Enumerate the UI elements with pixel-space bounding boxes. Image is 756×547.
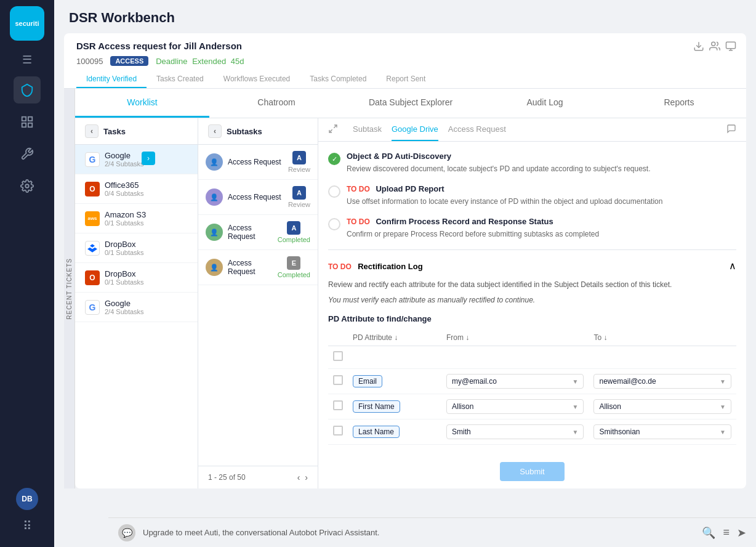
- prev-page-btn[interactable]: ‹: [297, 472, 300, 482]
- task-item[interactable]: aws Amazon S3 0/1 Subtasks: [75, 204, 198, 233]
- collapse-icon[interactable]: ∧: [729, 260, 736, 272]
- task-item[interactable]: G Google 2/4 Subtasks: [75, 145, 198, 174]
- table-row: First Name Allison ▼: [328, 394, 736, 419]
- panels-container: › RECENT TICKETS Worklist Chatroom Data …: [64, 89, 746, 488]
- task-item[interactable]: G Google 2/4 Subtasks: [75, 293, 198, 322]
- subtask-item[interactable]: 👤 Access Request A Review: [198, 145, 318, 180]
- to-select-firstname[interactable]: Allison ▼: [593, 399, 731, 414]
- app-logo[interactable]: securiti: [10, 6, 44, 41]
- dsr-tab-identity[interactable]: Identity Verified: [76, 71, 147, 88]
- user-avatar[interactable]: DB: [16, 488, 38, 510]
- to-select-email[interactable]: newemail@co.de ▼: [593, 374, 731, 389]
- task-subtask-count: 2/4 Subtasks: [105, 308, 188, 315]
- subtask-list: 👤 Access Request A Review 👤: [198, 145, 318, 466]
- todo-label: TO DO: [347, 185, 370, 193]
- subtask-status: Completed: [278, 271, 310, 278]
- row-checkbox-email[interactable]: [333, 375, 343, 385]
- subtasks-collapse-btn[interactable]: ‹: [208, 124, 222, 138]
- tab-chatroom[interactable]: Chatroom: [209, 89, 344, 118]
- dsr-tab-tasks-created[interactable]: Tasks Created: [147, 71, 214, 88]
- pd-section-title: PD Attribute to find/change: [328, 314, 736, 323]
- task-check-todo: [328, 185, 340, 198]
- detail-tab-icons: [726, 124, 736, 136]
- from-header: From ↓: [446, 333, 469, 342]
- select-arrow-icon: ▼: [720, 429, 726, 436]
- tab-worklist[interactable]: Worklist: [75, 89, 209, 118]
- sidebar-item-shield[interactable]: [14, 76, 41, 103]
- rect-note: You must verify each attribute as manual…: [328, 296, 736, 304]
- tab-reports[interactable]: Reports: [612, 89, 746, 118]
- detail-panel: Subtask Google Drive Access Request ✓: [318, 118, 746, 488]
- from-select-firstname[interactable]: Allison ▼: [446, 399, 584, 414]
- next-page-btn[interactable]: ›: [305, 472, 308, 482]
- sidebar-item-tools[interactable]: [14, 140, 41, 168]
- subtask-item[interactable]: 👤 Access Request A Completed: [198, 215, 318, 250]
- detail-tab-google-drive[interactable]: Google Drive: [392, 118, 438, 141]
- subtask-item[interactable]: 👤 Access Request A Review: [198, 180, 318, 215]
- subtask-label: Access Request: [228, 193, 283, 201]
- monitor-icon[interactable]: [725, 41, 736, 54]
- detail-tab-subtask[interactable]: Subtask: [353, 118, 382, 141]
- subtask-status: Completed: [278, 236, 310, 243]
- subtask-status: Review: [288, 201, 310, 208]
- detail-tab-access-request[interactable]: Access Request: [448, 118, 506, 141]
- google-icon: G: [85, 152, 100, 167]
- dsr-tab-tasks-completed[interactable]: Tasks Completed: [300, 71, 376, 88]
- submit-button[interactable]: Submit: [500, 462, 564, 481]
- rect-todo-label: TO DO: [328, 262, 352, 271]
- dsr-type-badge: ACCESS: [110, 56, 148, 66]
- pd-attr-header: PD Attribute ↓: [353, 333, 398, 342]
- content-area: DSR Access request for Jill Anderson 100…: [54, 26, 756, 542]
- comment-icon[interactable]: [726, 124, 736, 136]
- send-icon[interactable]: ➤: [737, 526, 746, 540]
- export-icon[interactable]: [693, 41, 704, 54]
- rect-description: Review and rectify each attribute for th…: [328, 279, 736, 291]
- sidebar-item-settings[interactable]: [14, 172, 41, 200]
- select-arrow-icon: ▼: [720, 378, 726, 385]
- dsr-tab-workflows[interactable]: Workflows Executed: [214, 71, 300, 88]
- deadline-days: 45d: [231, 57, 244, 66]
- row-checkbox-lastname[interactable]: [333, 426, 343, 436]
- task-info: Office365 0/4 Subtasks: [105, 180, 188, 197]
- dsr-tab-report-sent[interactable]: Report Sent: [376, 71, 435, 88]
- upgrade-text: Upgrade to meet Auti, the conversational…: [143, 528, 694, 537]
- task-detail-desc: Confirm or prepare Process Record before…: [347, 229, 736, 240]
- bottom-bar: 💬 Upgrade to meet Auti, the conversation…: [108, 517, 756, 547]
- subtask-info: Access Request: [228, 193, 283, 201]
- dsr-header-icons: [693, 41, 736, 54]
- task-subtask-count: 0/1 Subtasks: [105, 219, 188, 227]
- task-item[interactable]: O DropBox 0/1 Subtasks: [75, 263, 198, 293]
- sidebar: securiti ☰ DB ⠿: [0, 0, 54, 547]
- tab-data-subject-explorer[interactable]: Data Subject Explorer: [344, 89, 478, 118]
- expand-button[interactable]: ›: [142, 152, 155, 165]
- to-select-lastname[interactable]: Smithsonian ▼: [593, 424, 731, 439]
- rectification-header[interactable]: TO DO Rectification Log ∧: [328, 253, 736, 279]
- recent-tickets-tab[interactable]: RECENT TICKETS: [64, 89, 75, 488]
- search-icon[interactable]: 🔍: [702, 526, 715, 540]
- filter-icon[interactable]: ≡: [723, 526, 730, 540]
- user-icon[interactable]: [709, 41, 720, 54]
- task-check-todo: [328, 218, 340, 230]
- from-select-lastname[interactable]: Smith ▼: [446, 424, 584, 439]
- grid-icon[interactable]: ⠿: [16, 515, 38, 537]
- from-select-email[interactable]: my@email.co ▼: [446, 374, 584, 389]
- row-checkbox-empty[interactable]: [333, 351, 343, 361]
- detail-expand-icon[interactable]: [328, 124, 338, 136]
- tab-audit-log[interactable]: Audit Log: [478, 89, 612, 118]
- subtask-right: A Review: [288, 186, 310, 208]
- row-checkbox-firstname[interactable]: [333, 400, 343, 410]
- from-cell: Smith ▼: [441, 419, 589, 445]
- subtask-label: Access Request: [228, 224, 273, 241]
- task-item[interactable]: DropBox 0/1 Subtasks: [75, 233, 198, 263]
- hamburger-icon[interactable]: ☰: [22, 53, 32, 67]
- from-value-email: my@email.co: [452, 377, 497, 386]
- task-item[interactable]: O Office365 0/4 Subtasks: [75, 174, 198, 204]
- to-cell: Smithsonian ▼: [589, 419, 736, 445]
- task-info: DropBox 0/1 Subtasks: [105, 269, 188, 286]
- topbar: DSR Workbench: [54, 0, 756, 26]
- sidebar-item-dashboard[interactable]: [14, 108, 41, 136]
- subtask-item[interactable]: 👤 Access Request E Completed: [198, 250, 318, 285]
- to-header: To ↓: [593, 333, 607, 342]
- tasks-collapse-btn[interactable]: ‹: [85, 124, 99, 138]
- rect-title: Rectification Log: [358, 262, 422, 271]
